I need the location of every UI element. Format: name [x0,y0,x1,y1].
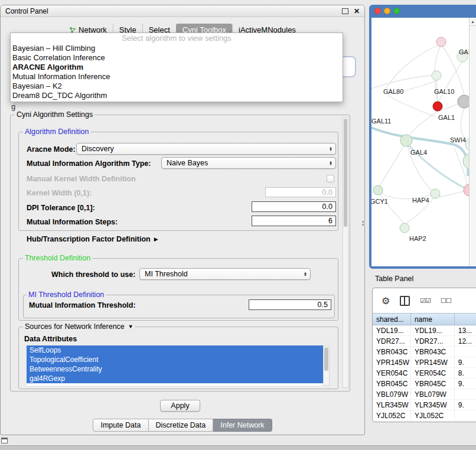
bottom-strip [0,445,476,450]
cyni-bottom-tabs: Impute Data Discretize Data Infer Networ… [1,419,364,432]
sources-group-toggle[interactable]: Sources for Network Inference ▼ [23,322,135,331]
network-scrollbar[interactable]: ▲ [469,18,476,266]
node-label: HAP4 [412,197,429,204]
column-header-name[interactable]: name [411,314,455,325]
window-traffic-lights [374,8,400,14]
close-icon[interactable]: ✕ [354,7,360,15]
select-all-checks-icon[interactable]: ☑☑ [420,297,431,305]
node-label: GAL1 [438,114,455,121]
float-window-icon[interactable] [342,8,348,14]
minimized-window-icon[interactable] [1,438,8,444]
table-row[interactable]: YBL079WYBL079W [373,389,476,400]
kernel-width-field[interactable]: 0.0 [265,187,336,197]
list-item[interactable]: TopologicalCoefficient [27,355,323,364]
mi-type-value: Naive Bayes [167,159,208,167]
network-view-window: GAL GAL80 GAL10 GAL11 GAL1 SWI4 GAL4 GCY… [369,5,476,269]
aracne-mode-value: Discovery [81,145,114,153]
algorithm-dropdown-popup: Select algorithm to view settings Bayesi… [10,32,343,102]
table-row[interactable]: YBR045CYBR045C9. [373,379,476,389]
attributes-scrollbar[interactable] [323,345,330,386]
stepper-icon: ▲▼ [329,161,332,166]
settings-scrollbar[interactable] [343,117,348,388]
tab-infer-network[interactable]: Infer Network [213,419,272,432]
deselect-all-checks-icon[interactable]: ☐☐ [441,297,451,305]
zoom-traffic-light[interactable] [393,8,400,14]
list-item[interactable]: gal4RGexp [27,374,323,383]
table-header-row: shared... name [373,313,476,325]
mi-threshold-label: Mutual Information Threshold: [29,301,136,309]
scroll-up-icon[interactable]: ▲ [470,18,476,26]
which-threshold-value: MI Threshold [145,270,188,278]
mi-steps-label: Mutual Information Steps: [27,218,118,226]
mi-type-select[interactable]: Naive Bayes ▲▼ [161,157,336,169]
dropdown-placeholder: Select algorithm to view settings [11,33,343,44]
node-label: SWI4 [450,136,466,144]
list-item[interactable]: SelfLoops [27,345,323,355]
mi-threshold-field[interactable]: 0.5 [249,299,331,310]
cyni-settings-group-title: Cyni Algorithm Settings [15,110,94,119]
expand-down-icon: ▼ [128,324,133,330]
table-row[interactable]: YJL052CYJL052C [373,410,476,421]
dropdown-item[interactable]: Mutual Information Inference [11,72,343,81]
column-header-shared[interactable]: shared... [373,314,411,325]
table-row[interactable]: YDL19...YDL19...13... [373,325,476,336]
table-row[interactable]: YLR345WYLR345W9. [373,400,476,410]
data-attributes-list: SelfLoops TopologicalCoefficient Between… [27,345,323,386]
node-label: GAL11 [371,118,391,125]
window-title: Control Panel [5,7,48,15]
dpi-tolerance-field[interactable]: 0.0 [252,201,336,212]
gear-icon[interactable]: ⚙ [382,295,390,306]
minimize-traffic-light[interactable] [384,8,390,14]
dropdown-item[interactable]: Bayesian – K2 [11,81,343,91]
tab-impute-data[interactable]: Impute Data [93,419,148,432]
node-label: GAL10 [434,88,454,95]
column-header-cut[interactable] [455,314,476,325]
network-canvas[interactable]: GAL GAL80 GAL10 GAL11 GAL1 SWI4 GAL4 GCY… [371,18,476,266]
control-panel-window: Control Panel ✕ Network Style Select Cyn… [0,5,365,435]
apply-button[interactable]: Apply [160,400,200,412]
dpi-tolerance-label: DPI Tolerance [0,1]: [27,204,95,212]
close-traffic-light[interactable] [374,8,381,14]
node-label: HAP2 [409,235,426,242]
table-panel-window: ⚙ ☑☑ ☐☐ shared... name YDL19...YDL19...1… [372,288,476,422]
dropdown-item[interactable]: Dream8 DC_TDC Algorithm [11,91,343,100]
tab-discretize-data[interactable]: Discretize Data [149,419,214,432]
manual-kernel-label: Manual Kernel Width Definition [27,175,136,183]
table-body: YDL19...YDL19...13... YDR27...YDR27...12… [373,325,476,421]
node-label: GCY1 [371,198,388,205]
mi-steps-field[interactable]: 6 [252,216,336,226]
stepper-icon: ▲▼ [304,272,307,277]
data-attributes-label: Data Attributes [24,335,77,343]
panel-splitter-handle[interactable] [361,218,365,229]
columns-icon[interactable] [400,296,410,306]
table-row[interactable]: YBR043CYBR043C [373,347,476,357]
control-panel-titlebar: Control Panel ✕ [1,5,364,17]
list-item[interactable]: BetweennessCentrality [27,364,323,374]
mi-threshold-group-title: MI Threshold Definition [27,291,106,299]
node-label: GAL4 [410,149,427,156]
hidden-label-fragment: g [11,102,15,111]
dropdown-item[interactable]: Basic Correlation Inference [11,53,343,63]
attributes-scrollbar-thumb[interactable] [324,347,328,371]
which-threshold-label: Which threshold to use: [51,270,135,279]
mi-type-label: Mutual Information Algorithm Type: [27,159,151,168]
table-panel-title: Table Panel [375,275,413,283]
which-threshold-select[interactable]: MI Threshold ▲▼ [139,268,311,280]
hub-section-label: Hub/Transcription Factor Definition [27,235,151,243]
manual-kernel-checkbox[interactable] [327,175,334,182]
table-row[interactable]: YDR27...YDR27...12... [373,336,476,347]
stepper-icon: ▲▼ [329,146,332,152]
table-row[interactable]: YPR145WYPR145W9. [373,357,476,368]
hub-section-toggle[interactable]: Hub/Transcription Factor Definition ▶ [27,235,158,243]
aracne-mode-select[interactable]: Discovery ▲▼ [76,143,336,155]
node-label: GAL80 [383,88,403,95]
settings-scrollbar-thumb[interactable] [344,119,347,227]
aracne-mode-label: Aracne Mode: [27,145,76,154]
dropdown-item[interactable]: Bayesian – Hill Climbing [11,44,343,53]
dropdown-item-selected[interactable]: ARACNE Algorithm [11,63,343,72]
algorithm-definition-title: Algorithm Definition [23,128,90,136]
table-toolbar: ⚙ ☑☑ ☐☐ [373,288,476,313]
threshold-definition-title: Threshold Definition [23,254,92,262]
table-row[interactable]: YER054CYER054C8. [373,368,476,379]
kernel-width-label: Kernel Width (0,1): [27,189,92,197]
